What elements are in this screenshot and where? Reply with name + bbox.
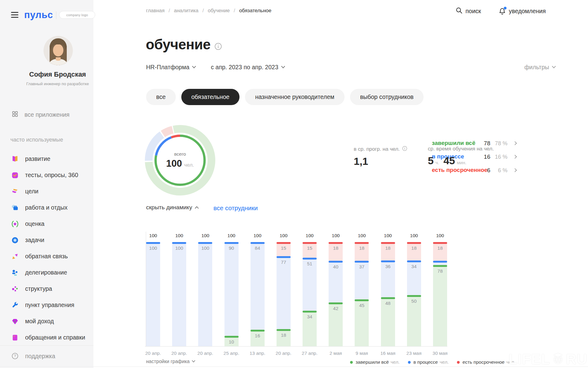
sidebar-item-feedback[interactable]: обратная связь — [0, 248, 93, 264]
checklist-icon — [11, 172, 19, 179]
pulse-logo[interactable]: пульс — [24, 9, 53, 21]
sidebar-item-all-apps[interactable]: все приложения — [11, 110, 70, 119]
sidebar-item-support[interactable]: ? поддержка — [0, 349, 93, 363]
stat-row-3[interactable]: есть просроченное66 % — [432, 167, 517, 175]
chart-bar[interactable]: 100183648 — [381, 233, 395, 346]
sidebar-item-goals[interactable]: цели — [0, 183, 93, 199]
info-icon[interactable] — [402, 146, 407, 153]
info-icon[interactable] — [214, 43, 222, 50]
sidebar-item-delegation[interactable]: делегирование — [0, 264, 93, 281]
sidebar-item-structure[interactable]: структура — [0, 281, 93, 297]
bar-stack: 155134 — [303, 242, 317, 346]
legend-label: в процессе — [413, 359, 438, 365]
tab-все[interactable]: все — [146, 89, 176, 105]
bar-segment-cap — [303, 258, 317, 260]
bar-segment: 34 — [407, 260, 421, 295]
bar-segment-cap — [407, 260, 421, 262]
sidebar-item-label: работа и отдых — [25, 204, 67, 211]
sidebar-item-checklist[interactable]: тесты, опросы, 360 — [0, 167, 93, 183]
breadcrumb-item[interactable]: обучение — [208, 8, 230, 13]
chart-bar[interactable]: 10018478 — [433, 233, 447, 346]
filters-label: фильтры — [524, 64, 549, 71]
donut-center-value: 100 — [166, 158, 182, 169]
chart-x-label-text: 16 мая — [380, 351, 395, 356]
bar-segment-cap — [277, 242, 291, 244]
bar-segment-cap — [303, 242, 317, 244]
bar-stack: 100 — [198, 242, 212, 346]
chart-x-label-text: 23 мая — [406, 351, 421, 356]
bar-stack: 18478 — [433, 242, 447, 346]
bar-total-label: 100 — [384, 233, 392, 238]
frequently-used-label: часто используемые — [10, 137, 63, 143]
sidebar-item-requests[interactable]: обращения и справки — [0, 329, 93, 346]
question-icon: ? — [11, 352, 19, 360]
legend-item: есть просроченноечел. — [457, 359, 515, 365]
bar-segment-cap — [329, 261, 343, 263]
chart-bar[interactable]: 100155134 — [303, 233, 317, 346]
chart-bar[interactable]: 100100 — [172, 233, 186, 346]
chart-x-label: 23 мая — [407, 351, 421, 357]
platform-select[interactable]: HR-Платформа — [146, 64, 195, 71]
chart-legend: завершили всёчел.в процессечел.есть прос… — [350, 359, 515, 365]
sidebar-item-label: пункт управления — [25, 302, 74, 309]
chevron-down-icon — [192, 64, 196, 68]
breadcrumb: главная/аналитика/обучение/обязательное — [146, 8, 271, 13]
chart-x-label: 20 апр. — [277, 351, 291, 357]
bar-total-label: 100 — [436, 233, 444, 238]
chart-x-label-text: 25 апр. — [224, 351, 239, 356]
tabs: всеобязательноеназначенное руководителем… — [146, 89, 424, 105]
chart-settings-button[interactable]: настройки графика — [146, 359, 195, 364]
legend-dot — [457, 361, 460, 364]
hamburger-menu-icon[interactable] — [11, 12, 18, 18]
breadcrumb-item[interactable]: обязательное — [239, 8, 271, 13]
sidebar-item-book[interactable]: развитие — [0, 151, 93, 167]
chart-bars: 1001001001001001001009010100841610015771… — [146, 232, 447, 346]
hide-dynamics-toggle[interactable]: скрыть динамику — [146, 204, 198, 211]
bar-total-label: 100 — [410, 233, 418, 238]
tab-выбор-сотрудников[interactable]: выбор сотрудников — [350, 89, 424, 105]
chart-x-label: 9 мая — [355, 351, 369, 357]
sidebar-item-control-panel[interactable]: пункт управления — [0, 297, 93, 313]
notifications-button[interactable]: уведомления — [498, 7, 546, 15]
breadcrumb-item[interactable]: главная — [146, 8, 164, 13]
bar-segment: 50 — [407, 295, 421, 346]
search-button[interactable]: поиск — [455, 7, 481, 16]
sidebar-divider — [0, 345, 93, 346]
bar-total-label: 100 — [332, 233, 340, 238]
avatar[interactable] — [43, 36, 73, 65]
bar-segment-value: 16 — [251, 334, 265, 338]
chart-bar[interactable]: 100183745 — [355, 233, 369, 346]
bottom-divider — [0, 366, 588, 367]
chart-bar[interactable]: 100100 — [198, 233, 212, 346]
bar-segment-cap — [146, 242, 160, 244]
tab-обязательное[interactable]: обязательное — [181, 89, 239, 105]
sidebar-item-income[interactable]: мой доход — [0, 313, 93, 329]
chart-bar[interactable]: 100157718 — [277, 233, 291, 346]
period-select[interactable]: с апр. 2023 по апр. 2023 — [211, 64, 284, 71]
bar-stack: 183648 — [381, 242, 395, 346]
chart-bar[interactable]: 100183450 — [407, 233, 421, 346]
bar-segment: 45 — [355, 299, 369, 346]
bar-segment-cap — [198, 242, 212, 244]
chart-bar[interactable]: 100100 — [146, 233, 160, 346]
chart-bar[interactable]: 100184042 — [329, 233, 343, 346]
bar-segment-cap — [407, 242, 421, 244]
company-logo: company logo — [59, 11, 95, 19]
bar-segment: 90 — [224, 242, 239, 336]
chart-x-label: 2 мая — [329, 351, 343, 357]
sidebar-item-rating[interactable]: оценка — [0, 216, 93, 232]
all-employees-link[interactable]: все сотрудники — [213, 204, 258, 212]
bar-segment: 84 — [251, 242, 265, 330]
tab-назначенное-руководителем[interactable]: назначенное руководителем — [245, 89, 345, 105]
chart-bar[interactable]: 1009010 — [224, 233, 239, 346]
sidebar-item-work-rest[interactable]: работа и отдых — [0, 199, 93, 216]
chart-bar[interactable]: 1008416 — [251, 233, 265, 346]
bar-segment-value: 18 — [433, 246, 447, 250]
sidebar-item-tasks[interactable]: задачи — [0, 232, 93, 248]
stat-percent: 16 % — [492, 154, 507, 160]
breadcrumb-item[interactable]: аналитика — [174, 8, 198, 13]
notifications-label: уведомления — [509, 8, 546, 15]
support-label: поддержка — [25, 353, 55, 360]
filters-button[interactable]: фильтры — [524, 64, 555, 71]
chart-x-label: 16 мая — [381, 351, 395, 357]
